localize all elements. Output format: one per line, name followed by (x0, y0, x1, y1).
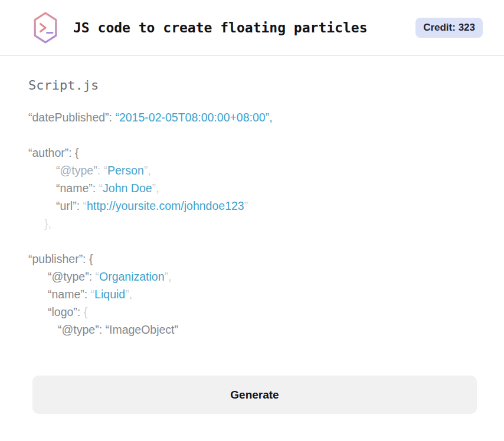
code-line: “@type”: “ImageObject” (28, 321, 476, 338)
code-line: “logo”: { (28, 303, 476, 321)
code-line: “@type”: “Organization”, (28, 268, 476, 285)
app-root: JS code to create floating particles Cre… (0, 0, 504, 414)
code-panel: Script.js “datePublished”: “2015-02-05T0… (0, 78, 504, 338)
code-line: “@type”: “Person”, (28, 162, 476, 179)
code-line (28, 126, 476, 144)
code-line: “author”: { (28, 144, 476, 162)
code-line: }, (28, 215, 476, 232)
header: JS code to create floating particles Cre… (0, 0, 504, 56)
generate-button[interactable]: Generate (32, 376, 477, 414)
credit-badge: Credit: 323 (415, 18, 483, 38)
credit-label: Credit: 323 (423, 22, 475, 33)
code-line (28, 232, 476, 250)
code-line: “name”: “Liquid”, (28, 285, 476, 303)
page-title: JS code to create floating particles (73, 20, 368, 35)
filename-label: Script.js (28, 78, 476, 93)
code-line: “publisher”: { (28, 250, 476, 268)
code-line: “datePublished”: “2015-02-05T08:00:00+08… (28, 108, 476, 126)
terminal-prompt-hexagon-icon (32, 12, 58, 44)
footer: Generate (0, 376, 504, 414)
code-block: “datePublished”: “2015-02-05T08:00:00+08… (28, 108, 476, 338)
code-line: “name”: “John Doe”, (28, 179, 476, 197)
code-line: “url”: “http://yoursite.com/johndoe123” (28, 197, 476, 215)
